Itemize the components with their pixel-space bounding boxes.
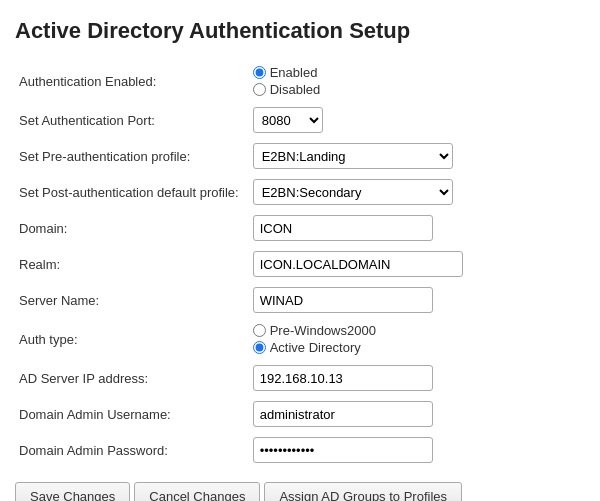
- auth-type-group: Pre-Windows2000 Active Directory: [253, 323, 581, 355]
- auth-enabled-label: Authentication Enabled:: [15, 60, 243, 102]
- auth-enabled-radio-disabled[interactable]: [253, 83, 266, 96]
- auth-type-label: Auth type:: [15, 318, 243, 360]
- domain-admin-user-label: Domain Admin Username:: [15, 396, 243, 432]
- server-name-label: Server Name:: [15, 282, 243, 318]
- domain-admin-pass-label: Domain Admin Password:: [15, 432, 243, 468]
- post-auth-label: Set Post-authentication default profile:: [15, 174, 243, 210]
- auth-enabled-option-enabled[interactable]: Enabled: [253, 65, 581, 80]
- auth-type-label-ad: Active Directory: [270, 340, 361, 355]
- cancel-button[interactable]: Cancel Changes: [134, 482, 260, 501]
- auth-enabled-label-disabled: Disabled: [270, 82, 321, 97]
- domain-admin-pass-input[interactable]: [253, 437, 433, 463]
- pre-auth-select[interactable]: E2BN:Landing: [253, 143, 453, 169]
- auth-port-label: Set Authentication Port:: [15, 102, 243, 138]
- server-name-input[interactable]: [253, 287, 433, 313]
- auth-type-label-prewin: Pre-Windows2000: [270, 323, 376, 338]
- realm-input[interactable]: [253, 251, 463, 277]
- page-title: Active Directory Authentication Setup: [15, 18, 585, 44]
- auth-enabled-option-disabled[interactable]: Disabled: [253, 82, 581, 97]
- assign-ad-groups-button[interactable]: Assign AD Groups to Profiles: [264, 482, 462, 501]
- auth-enabled-label-enabled: Enabled: [270, 65, 318, 80]
- save-button[interactable]: Save Changes: [15, 482, 130, 501]
- ad-server-ip-input[interactable]: [253, 365, 433, 391]
- auth-type-option-ad[interactable]: Active Directory: [253, 340, 581, 355]
- ad-server-ip-label: AD Server IP address:: [15, 360, 243, 396]
- auth-enabled-group: Enabled Disabled: [253, 65, 581, 97]
- auth-enabled-radio-enabled[interactable]: [253, 66, 266, 79]
- domain-input[interactable]: [253, 215, 433, 241]
- post-auth-select[interactable]: E2BN:Secondary: [253, 179, 453, 205]
- domain-admin-user-input[interactable]: [253, 401, 433, 427]
- auth-type-option-prewin[interactable]: Pre-Windows2000: [253, 323, 581, 338]
- auth-type-radio-prewin[interactable]: [253, 324, 266, 337]
- realm-label: Realm:: [15, 246, 243, 282]
- pre-auth-label: Set Pre-authentication profile:: [15, 138, 243, 174]
- button-row: Save Changes Cancel Changes Assign AD Gr…: [15, 482, 585, 501]
- auth-type-radio-ad[interactable]: [253, 341, 266, 354]
- domain-label: Domain:: [15, 210, 243, 246]
- auth-port-select[interactable]: 8080 80 443: [253, 107, 323, 133]
